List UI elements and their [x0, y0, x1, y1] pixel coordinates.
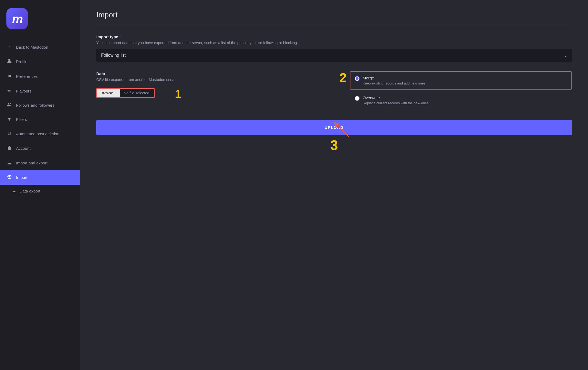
data-section-description: CSV file exported from another Mastodon …	[96, 78, 329, 82]
overwrite-option[interactable]: Overwrite Replace current records with t…	[350, 91, 572, 109]
sidebar-flavours-label: Flavours	[16, 89, 32, 93]
sidebar-item-account[interactable]: Account	[0, 141, 80, 156]
sidebar-import-label: Import	[16, 175, 28, 180]
sidebar-item-preferences[interactable]: Preferences	[0, 69, 80, 84]
annotation-1: 1	[175, 88, 181, 101]
merge-description: Keep existing records and add new ones	[363, 81, 426, 85]
sidebar-item-flavours[interactable]: ✏ Flavours	[0, 84, 80, 98]
required-marker: *	[119, 34, 121, 39]
svg-text:m: m	[12, 12, 22, 25]
sidebar-item-data-export[interactable]: ☁ Data export	[0, 185, 80, 197]
data-section: Data CSV file exported from another Mast…	[96, 71, 329, 101]
merge-label: Merge	[363, 76, 426, 80]
overwrite-label-group: Overwrite Replace current records with t…	[363, 95, 429, 105]
data-section-label: Data	[96, 71, 329, 76]
sidebar-item-import-export[interactable]: ☁ Import and export	[0, 156, 80, 170]
logo-area: m	[0, 0, 80, 37]
account-icon	[6, 145, 12, 151]
annotation-area-3: 3	[96, 137, 572, 153]
sidebar-auto-delete-label: Automated post deletion	[16, 132, 59, 136]
sidebar-item-profile[interactable]: Profile	[0, 54, 80, 69]
overwrite-label: Overwrite	[363, 95, 429, 100]
svg-point-2	[8, 103, 9, 105]
sidebar-item-import[interactable]: Import	[0, 170, 80, 185]
data-export-icon: ☁	[12, 188, 16, 193]
page-title: Import	[96, 11, 572, 19]
browse-button[interactable]: Browse...	[97, 89, 120, 97]
sidebar-navigation: ‹ Back to Mastodon Profile Preferences ✏…	[0, 37, 80, 200]
svg-line-6	[336, 124, 349, 137]
overwrite-radio[interactable]	[355, 96, 360, 101]
annotation-3-wrapper: 3	[330, 137, 338, 153]
merge-radio[interactable]	[355, 76, 360, 81]
sidebar-data-export-label: Data export	[20, 189, 40, 193]
annotation-arrow	[333, 122, 354, 138]
preferences-icon	[6, 73, 12, 79]
sidebar-item-filters[interactable]: ▼ Filters	[0, 112, 80, 126]
overwrite-description: Replace current records with the new one…	[363, 101, 429, 105]
flavours-icon: ✏	[6, 88, 12, 94]
follows-icon	[6, 102, 12, 108]
sidebar-profile-label: Profile	[16, 59, 28, 64]
mastodon-logo: m	[6, 8, 28, 29]
svg-point-3	[10, 103, 11, 104]
main-content: Import Import type * You can import data…	[80, 0, 588, 370]
sidebar-preferences-label: Preferences	[16, 74, 38, 79]
filters-icon: ▼	[6, 117, 12, 122]
profile-icon	[6, 59, 12, 65]
title-divider	[96, 25, 572, 25]
back-icon: ‹	[6, 44, 12, 50]
import-type-select[interactable]: Following list Blocking list Muting list…	[96, 49, 572, 62]
import-type-description: You can import data that you have export…	[96, 41, 572, 45]
auto-delete-icon: ↺	[6, 131, 12, 137]
svg-point-5	[9, 148, 10, 149]
sidebar-filters-label: Filters	[16, 117, 27, 122]
svg-point-1	[8, 59, 10, 61]
import-icon	[6, 174, 12, 180]
data-mode-container: Data CSV file exported from another Mast…	[96, 71, 572, 110]
sidebar-item-follows[interactable]: Follows and followers	[0, 98, 80, 112]
sidebar-item-auto-delete[interactable]: ↺ Automated post deletion	[0, 126, 80, 141]
radio-options: Merge Keep existing records and add new …	[350, 71, 572, 110]
sidebar-item-back[interactable]: ‹ Back to Mastodon	[0, 40, 80, 54]
sidebar-back-label: Back to Mastodon	[16, 45, 48, 49]
sidebar-import-export-label: Import and export	[16, 161, 48, 165]
sidebar-account-label: Account	[16, 146, 30, 151]
merge-option[interactable]: Merge Keep existing records and add new …	[350, 71, 572, 90]
file-name-label: No file selected.	[120, 89, 154, 97]
import-type-label: Import type *	[96, 34, 572, 39]
sidebar-follows-label: Follows and followers	[16, 103, 54, 107]
mode-section: 2 Merge Keep existing records and add ne…	[339, 71, 572, 110]
import-type-select-wrapper: Following list Blocking list Muting list…	[96, 49, 572, 62]
annotation-3: 3	[330, 137, 338, 153]
annotation-2: 2	[339, 71, 347, 84]
sidebar: m ‹ Back to Mastodon Profile Preferences…	[0, 0, 80, 370]
import-export-icon: ☁	[6, 160, 12, 166]
file-input-wrapper: Browse... No file selected.	[96, 88, 155, 98]
merge-label-group: Merge Keep existing records and add new …	[363, 76, 426, 85]
import-type-section: Import type * You can import data that y…	[96, 34, 572, 62]
